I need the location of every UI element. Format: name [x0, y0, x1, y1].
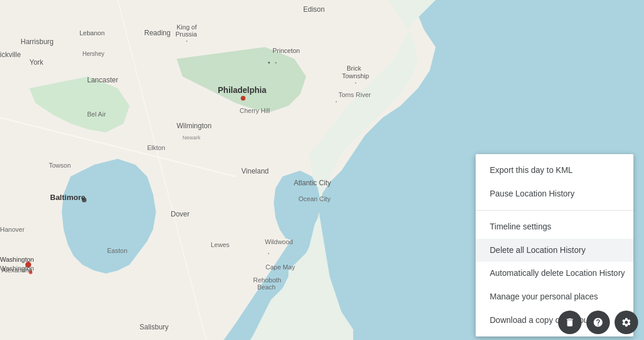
svg-point-3: [241, 96, 245, 101]
svg-text:Wilmington: Wilmington: [177, 122, 211, 130]
menu-item-delete-all-history[interactable]: Delete all Location History: [476, 239, 633, 262]
svg-text:Lancaster: Lancaster: [87, 76, 118, 84]
svg-text:Hanover: Hanover: [0, 226, 25, 233]
svg-text:Brick: Brick: [347, 65, 361, 72]
svg-text:Toms River: Toms River: [338, 91, 371, 98]
svg-text:Township: Township: [342, 72, 369, 79]
svg-text:Vineland: Vineland: [241, 167, 269, 175]
svg-text:Salisbury: Salisbury: [140, 323, 168, 331]
bottom-toolbar: [558, 311, 638, 334]
svg-text:Towson: Towson: [49, 162, 71, 169]
svg-text:Elkton: Elkton: [147, 144, 165, 151]
svg-text:Baltimore: Baltimore: [50, 193, 85, 202]
svg-text:York: York: [29, 58, 44, 66]
svg-text:Washington: Washington: [0, 265, 34, 272]
svg-text:Rehoboth: Rehoboth: [253, 276, 281, 284]
menu-item-auto-delete[interactable]: Automatically delete Location History: [476, 262, 633, 285]
svg-text:Reading: Reading: [144, 29, 171, 37]
map-container: Philadelphia Baltimore Washington Alexan…: [0, 0, 644, 340]
svg-text:Princeton: Princeton: [273, 47, 300, 54]
context-menu: Export this day to KML Pause Location Hi…: [476, 154, 633, 336]
svg-text:Wildwood: Wildwood: [265, 238, 293, 245]
svg-text:Dover: Dover: [171, 210, 190, 218]
svg-text:Edison: Edison: [303, 5, 325, 14]
svg-text:ickville: ickville: [0, 51, 21, 59]
svg-text:Philadelphia: Philadelphia: [218, 85, 267, 95]
svg-text:Easton: Easton: [107, 247, 127, 254]
menu-item-manage-places[interactable]: Manage your personal places: [476, 285, 633, 309]
svg-text:Bel Air: Bel Air: [87, 111, 106, 118]
svg-text:•: •: [268, 59, 270, 66]
svg-text:Atlantic City: Atlantic City: [294, 179, 331, 187]
svg-text:Newark: Newark: [182, 135, 201, 141]
svg-text:Cape May: Cape May: [265, 264, 296, 271]
delete-button[interactable]: [558, 311, 582, 334]
svg-text:Prussia: Prussia: [175, 31, 198, 38]
settings-button[interactable]: [615, 311, 638, 334]
help-button[interactable]: [586, 311, 610, 334]
svg-text:Washington: Washington: [0, 256, 34, 263]
svg-text:Lewes: Lewes: [211, 241, 230, 248]
menu-divider-1: [476, 210, 633, 211]
svg-text:Harrisburg: Harrisburg: [21, 38, 54, 46]
svg-text:Hershey: Hershey: [82, 51, 104, 57]
svg-text:Lebanon: Lebanon: [79, 29, 105, 36]
svg-text:King of: King of: [177, 24, 197, 31]
menu-item-pause-history[interactable]: Pause Location History: [476, 182, 633, 206]
svg-text:Beach: Beach: [257, 284, 275, 291]
svg-text:Ocean City: Ocean City: [298, 195, 331, 202]
menu-item-timeline-settings[interactable]: Timeline settings: [476, 215, 633, 239]
svg-text:•: •: [275, 60, 277, 66]
menu-item-export-kml[interactable]: Export this day to KML: [476, 159, 633, 182]
svg-text:Cherry Hill: Cherry Hill: [240, 107, 270, 114]
